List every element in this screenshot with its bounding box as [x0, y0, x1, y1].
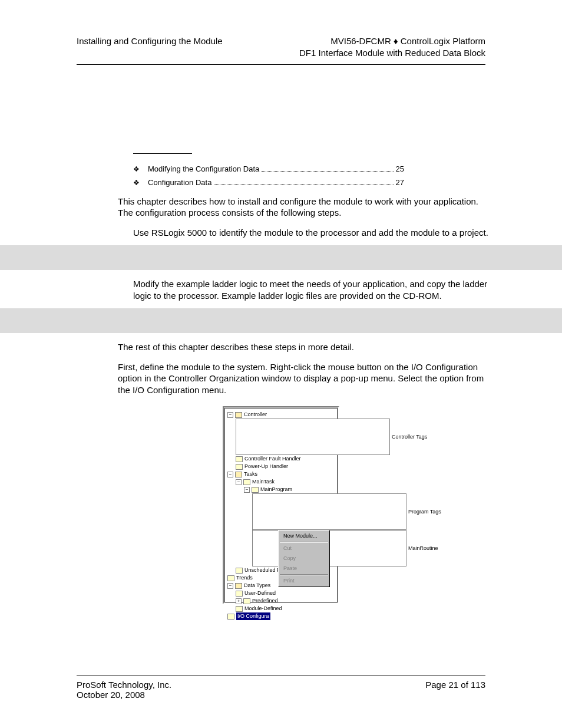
footer-company: ProSoft Technology, Inc. — [77, 680, 171, 690]
menu-separator — [280, 574, 328, 575]
toc-page: 25 — [396, 164, 404, 173]
header-product: MVI56-DFCMR ♦ ControlLogix Platform — [299, 35, 485, 47]
menu-item-paste[interactable]: Paste — [279, 564, 329, 574]
controller-tree[interactable]: −Controller Controller Tags Controller F… — [224, 408, 338, 602]
menu-item-copy[interactable]: Copy — [279, 554, 329, 564]
tree-node-predefined[interactable]: +Predefined — [227, 597, 335, 605]
folder-icon — [236, 568, 243, 574]
tree-label: User-Defined — [244, 589, 276, 597]
datatype-icon — [243, 598, 250, 604]
bullet-icon: ❖ — [133, 165, 140, 173]
note-bar — [0, 308, 562, 333]
tree-node-controller-tags[interactable]: Controller Tags — [227, 419, 335, 455]
header-rule — [77, 64, 485, 65]
step-2-text: Modify the example ladder logic to meet … — [133, 278, 494, 301]
tree-label: Data Types — [244, 582, 270, 589]
collapse-icon[interactable]: − — [227, 412, 233, 418]
menu-separator — [280, 542, 328, 543]
page-footer: ProSoft Technology, Inc. October 20, 200… — [77, 676, 485, 700]
controller-tree-panel: −Controller Controller Tags Controller F… — [223, 406, 339, 604]
expand-icon[interactable]: + — [236, 598, 242, 604]
folder-open-icon — [235, 583, 242, 589]
tree-label: Module-Defined — [244, 605, 282, 612]
tree-node-moduledefined[interactable]: Module-Defined — [227, 605, 335, 612]
header-left: Installing and Configuring the Module — [77, 35, 223, 60]
step-1-text: Use RSLogix 5000 to identify the module … — [133, 227, 494, 239]
page-content: Installing and Configuring the Module MV… — [0, 0, 562, 604]
tree-node-tasks[interactable]: −Tasks — [227, 470, 335, 478]
folder-icon — [227, 614, 234, 620]
tag-icon — [252, 493, 406, 530]
tree-label: Program Tags — [408, 508, 441, 516]
paragraph-intro: This chapter describes how to install an… — [118, 196, 495, 219]
tree-label: Trends — [236, 574, 253, 582]
tree-node-io-configuration[interactable]: I/O Configura — [227, 612, 335, 620]
note-bar — [0, 245, 562, 270]
footer-date: October 20, 2008 — [77, 690, 171, 700]
tree-label-selected: I/O Configura — [236, 612, 270, 620]
page-header: Installing and Configuring the Module MV… — [77, 35, 485, 60]
menu-item-print[interactable]: Print — [279, 576, 329, 586]
collapse-icon[interactable]: − — [227, 472, 233, 477]
footer-left: ProSoft Technology, Inc. October 20, 200… — [77, 680, 171, 700]
program-icon — [252, 487, 259, 493]
toc-title: Modifying the Configuration Data — [148, 164, 259, 173]
tree-label: Power-Up Handler — [244, 463, 288, 470]
tree-node-fault-handler[interactable]: Controller Fault Handler — [227, 455, 335, 463]
header-subtitle: DF1 Interface Module with Reduced Data B… — [299, 47, 485, 59]
tree-label: Predefined — [252, 597, 278, 605]
tree-node-powerup-handler[interactable]: Power-Up Handler — [227, 463, 335, 470]
tree-label: MainTask — [252, 478, 275, 486]
tree-node-userdefined[interactable]: User-Defined — [227, 589, 335, 597]
in-this-chapter-toc: ❖ Modifying the Configuration Data 25 ❖ … — [133, 164, 485, 187]
bullet-icon: ❖ — [133, 179, 140, 187]
toc-row: ❖ Modifying the Configuration Data 25 — [133, 164, 404, 174]
context-menu: New Module... Cut Copy Paste Print — [278, 530, 330, 587]
section-heading-underline — [133, 153, 192, 154]
collapse-icon[interactable]: − — [236, 479, 242, 485]
tree-node-maintask[interactable]: −MainTask — [227, 478, 335, 486]
tree-label: Controller — [244, 411, 267, 419]
tree-label: Controller Tags — [392, 433, 427, 441]
toc-title: Configuration Data — [148, 178, 211, 187]
menu-item-new-module[interactable]: New Module... — [279, 531, 329, 541]
toc-leader — [262, 164, 393, 172]
toc-row: ❖ Configuration Data 27 — [133, 177, 404, 187]
tree-label: MainProgram — [260, 486, 292, 493]
folder-icon — [227, 575, 234, 581]
toc-page: 27 — [396, 178, 404, 187]
footer-page-number: Page 21 of 113 — [425, 680, 485, 700]
folder-icon — [236, 464, 243, 470]
header-right: MVI56-DFCMR ♦ ControlLogix Platform DF1 … — [299, 35, 485, 60]
tree-node-program-tags[interactable]: Program Tags — [227, 493, 335, 530]
footer-rule — [77, 676, 485, 676]
tree-label: Tasks — [244, 470, 257, 478]
tree-node-controller[interactable]: −Controller — [227, 411, 335, 419]
folder-open-icon — [235, 472, 242, 477]
menu-item-cut[interactable]: Cut — [279, 543, 329, 554]
datatype-icon — [236, 591, 243, 597]
collapse-icon[interactable]: − — [227, 583, 233, 589]
tag-icon — [236, 419, 390, 455]
tree-label: MainRoutine — [408, 545, 438, 552]
tree-node-mainprogram[interactable]: −MainProgram — [227, 486, 335, 493]
datatype-icon — [236, 606, 243, 612]
paragraph-define-a: First, define the module to the system. … — [118, 362, 478, 384]
folder-open-icon — [235, 412, 242, 418]
tree-label: Controller Fault Handler — [244, 455, 301, 463]
folder-icon — [236, 456, 243, 462]
toc-leader — [214, 177, 393, 185]
collapse-icon[interactable]: − — [244, 487, 250, 493]
paragraph-define-module: First, define the module to the system. … — [118, 361, 495, 396]
paragraph-rest: The rest of this chapter describes these… — [118, 341, 495, 353]
task-icon — [243, 479, 250, 485]
